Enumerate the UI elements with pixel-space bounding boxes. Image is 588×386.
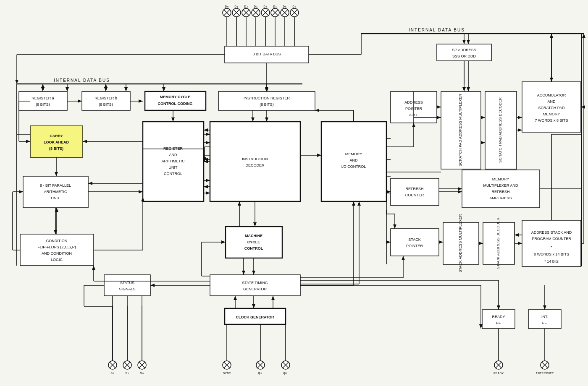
addr-stack-label2: PROGRAM COUNTER	[532, 237, 571, 241]
arith-label3: UNIT	[51, 196, 60, 200]
scratch-dec-label1: SCRATCH PAD ADDRESS DECODER	[498, 97, 502, 163]
block-diagram: INTERNAL DATA BUS INTERNAL DATA BUS D₀ D…	[0, 0, 588, 386]
internal-data-bus-right-label: INTERNAL DATA BUS	[409, 28, 465, 32]
instruction-reg-label1: INSTRUCTION REGISTER	[244, 96, 290, 100]
machine-label1: MACHINE	[245, 234, 262, 238]
status-label1: STATUS	[120, 281, 134, 285]
state-timing-label2: GENERATOR	[243, 287, 267, 291]
svg-text:D₀: D₀	[225, 5, 229, 8]
scratch-mux-label1: SCRATCH PAD ADDRESS MULTIPLEXER	[458, 94, 462, 167]
s2-label: S₂	[110, 371, 115, 375]
int-ff-label2: FF.	[542, 321, 548, 325]
carry-label2: LOOK AHEAD	[44, 140, 69, 144]
machine-label2: CYCLE	[247, 240, 260, 244]
mem-mux-label3: REFRESH	[491, 190, 509, 194]
svg-text:D₅: D₅	[273, 5, 277, 8]
reg-alu-label2: AND	[169, 153, 177, 157]
stack-dec-label: STACK ADDRESS DECODER	[496, 217, 500, 269]
addr-stack-label3: *	[551, 245, 552, 249]
accum-label5: 7 WORDS x 8 BITS	[535, 118, 568, 123]
mem-mux-label1: MEMORY	[492, 177, 509, 181]
internal-data-bus-left-label: INTERNAL DATA BUS	[54, 78, 110, 83]
register-b-block	[82, 91, 130, 110]
instruction-reg-label2: (8 BITS)	[260, 102, 274, 107]
arith-label1: 8 - BIT PARALLEL	[40, 183, 71, 188]
addr-stack-label4: 8 WORDS x 14 BITS	[534, 252, 569, 256]
ready-ff-label2: FF	[496, 321, 501, 325]
accum-label2: AND	[547, 99, 556, 104]
addr-stack-label1: ADDRESS STACK AND	[531, 230, 572, 235]
svg-text:D₁: D₁	[234, 5, 239, 8]
stack-pointer-block	[391, 229, 439, 256]
svg-text:D₃: D₃	[254, 5, 258, 8]
svg-text:D₆: D₆	[283, 5, 287, 8]
mem-io-label2: AND	[349, 158, 358, 162]
state-timing-label1: STATE TIMING	[242, 281, 268, 285]
reg-alu-label4: UNIT	[169, 165, 178, 170]
stack-mux-label: STACK ADDRESS MULTIPLEXER	[458, 214, 462, 273]
sp-address-label1: SP ADDRESS	[452, 48, 476, 52]
mem-mux-block	[462, 170, 540, 208]
register-b-label1: REGISTER b	[94, 96, 117, 100]
status-signals-block	[104, 275, 150, 296]
phi1-label: φ₁	[284, 371, 288, 376]
carry-label3: (8 BITS)	[49, 146, 63, 151]
int-ff-label1: INT.	[541, 315, 548, 319]
refresh-counter-block	[391, 178, 439, 206]
register-b-label2: (8 BITS)	[99, 102, 113, 107]
ready-ff-block	[482, 310, 515, 329]
machine-label3: CONTROL	[244, 246, 263, 250]
reg-alu-label5: CONTROL	[164, 172, 182, 176]
carry-label1: CARRY	[50, 134, 63, 138]
memory-cycle-block	[145, 91, 206, 110]
instruction-decoder-block	[210, 122, 300, 201]
interrupt-label: INTERRUPT	[536, 371, 554, 375]
inst-dec-label2: DECODER	[245, 163, 265, 167]
svg-text:D₄: D₄	[263, 5, 268, 8]
cond-label3: AND CONDITION	[42, 251, 72, 256]
phi2-label: φ₂	[258, 371, 263, 376]
cond-label1: CONDITION	[46, 239, 68, 243]
svg-text:D₂: D₂	[244, 5, 248, 8]
state-timing-block	[210, 275, 300, 296]
sync-label: SYNC	[223, 371, 231, 375]
memory-cycle-label1: MEMORY CYCLE	[160, 95, 190, 99]
memory-cycle-label2: CONTROL CODING	[158, 102, 193, 106]
int-ff-block	[528, 310, 561, 329]
svg-text:D₇: D₇	[292, 5, 297, 8]
accum-label3: SCRATCH PAD	[538, 106, 565, 110]
status-label2: SIGNALS	[119, 287, 135, 291]
stack-ptr-label1: STACK	[408, 237, 420, 242]
register-a-label2: (8 BITS)	[36, 102, 50, 107]
inst-dec-label1: INSTRUCTION	[242, 157, 268, 161]
stack-ptr-label2: POINTER	[406, 244, 423, 248]
s0-label: S₀	[140, 371, 144, 375]
register-a-label1: REGISTER a	[32, 96, 54, 100]
cond-label4: LOGIC	[51, 258, 63, 262]
ready-ff-label1: READY	[492, 315, 505, 319]
s1-label: S₁	[125, 371, 129, 375]
refresh-label1: REFRESH	[405, 187, 423, 191]
ready-label: READY	[494, 371, 504, 375]
arith-label2: ARITHMETIC	[44, 190, 67, 194]
instruction-reg-block	[218, 91, 315, 110]
cond-label2: FLIP-FLOPS (Z,C,S,P)	[37, 245, 76, 249]
mem-io-label1: MEMORY	[345, 152, 362, 156]
sp-address-label2: SSS OR DDD	[452, 54, 476, 58]
8bit-data-bus-label: 8 BIT DATA BUS	[252, 52, 281, 56]
mem-mux-label2: MULTIPLEXER AND	[483, 183, 518, 188]
mem-io-label3: I/O CONTROL	[341, 164, 366, 169]
clock-gen-label: CLOCK GENERATOR	[236, 315, 274, 319]
accum-label4: MEMORY	[543, 112, 560, 116]
refresh-label2: COUNTER	[405, 193, 424, 197]
addr-stack-note: * 14 Bits	[544, 259, 559, 263]
reg-alu-label3: ARITHMETIC	[162, 159, 185, 163]
accum-label1: ACCUMULATOR	[537, 93, 566, 97]
mem-mux-label4: AMPLIFIERS	[489, 196, 512, 200]
